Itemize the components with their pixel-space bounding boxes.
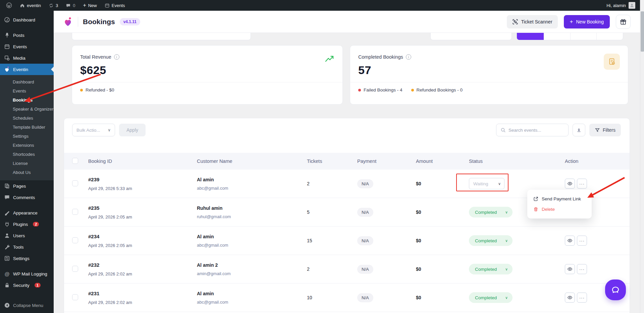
row-checkbox[interactable] [72,237,78,243]
search-input[interactable] [508,128,562,133]
events-icon [105,3,110,8]
sidebar-item-plugins[interactable]: Plugins 2 [0,218,54,230]
cutoff-tab-active[interactable] [517,33,544,40]
info-icon[interactable]: i [114,54,119,60]
submenu-settings[interactable]: Settings [0,132,54,141]
sidebar-item-events[interactable]: Events [0,41,54,52]
submenu-events[interactable]: Events [0,86,54,96]
sidebar-item-pages[interactable]: Pages [0,180,54,192]
sidebar-item-comments[interactable]: Comments [0,192,54,203]
scrollbar-thumb[interactable] [641,11,644,52]
eye-icon [567,238,573,243]
updates-link[interactable]: 3 [46,0,61,11]
refunded-bookings-dot [411,89,414,91]
row-checkbox[interactable] [72,209,78,215]
row-checkbox[interactable] [72,294,78,300]
export-button[interactable] [573,124,585,136]
more-actions-button[interactable]: ··· [577,264,587,274]
wp-logo-icon[interactable] [3,0,15,11]
submenu-template-builder[interactable]: Template Builder [0,123,54,132]
lock-icon [4,282,10,288]
customer-name: Al amin [197,291,307,296]
tickets-count: 10 [307,295,357,300]
booking-id[interactable]: #234 [88,234,197,239]
view-booking-button[interactable] [565,179,575,189]
sidebar-item-wp-mail-logging[interactable]: @ WP Mail Logging [0,268,54,279]
tickets-count: 2 [307,266,357,272]
site-home-link[interactable]: eventin [17,0,44,11]
row-checkbox[interactable] [72,180,78,186]
avatar[interactable] [629,2,635,9]
submenu-about-us[interactable]: About Us [0,168,54,177]
info-icon[interactable]: i [406,54,411,60]
booking-id[interactable]: #239 [88,177,197,182]
submenu-bookings[interactable]: Bookings [0,96,54,105]
comments-link[interactable]: 0 [63,0,78,11]
submenu-extensions[interactable]: Extensions [0,141,54,150]
more-actions-button[interactable]: ··· [577,236,587,246]
status-dropdown-completed[interactable]: Completed ∨ [469,264,513,274]
sidebar-item-dashboard[interactable]: Dashboard [0,14,54,25]
row-checkbox[interactable] [72,266,78,272]
sidebar-item-eventin[interactable]: Eventin [0,64,54,75]
booking-id[interactable]: #231 [88,291,197,296]
user-greeting[interactable]: Hi, alamin [606,3,626,8]
failed-dot [358,89,361,91]
submenu-schedules[interactable]: Schedules [0,114,54,123]
revenue-value: $625 [80,64,334,77]
delete-item[interactable]: Delete [527,204,592,214]
submenu-dashboard[interactable]: Dashboard [0,77,54,86]
refunded-bookings-legend: Refunded Bookings - 0 [417,87,463,92]
more-actions-button[interactable]: ··· [577,293,587,303]
booking-id[interactable]: #235 [88,205,197,211]
status-dropdown-completed[interactable]: Completed ∨ [469,235,513,246]
status-dropdown-completed[interactable]: Completed ∨ [469,292,513,303]
status-dropdown-waiting[interactable]: Waiting ∨ [469,178,504,189]
completed-value: 57 [358,64,620,77]
external-link-icon [533,196,538,201]
send-payment-link-item[interactable]: Send Payment Link [527,194,592,204]
chat-widget-button[interactable] [605,279,626,300]
sidebar-item-users[interactable]: Users [0,230,54,241]
new-booking-button[interactable]: + New Booking [564,15,610,28]
eye-icon [567,295,573,300]
scrollbar-track[interactable] [640,0,644,313]
cutoff-tab[interactable] [596,33,623,40]
cutoff-tab[interactable] [544,33,570,40]
sidebar-item-appearance[interactable]: Appearance [0,207,54,218]
cutoff-tab[interactable] [570,33,597,40]
adminbar-events-link[interactable]: Events [102,0,128,11]
sidebar-item-tools[interactable]: Tools [0,241,54,253]
sidebar-item-settings[interactable]: Settings [0,253,54,264]
comment-icon [66,3,71,8]
select-all-checkbox[interactable] [72,158,78,164]
view-booking-button[interactable] [565,264,575,274]
completed-card-title: Completed Bookings [358,54,403,60]
view-booking-button[interactable] [565,293,575,303]
view-booking-button[interactable] [565,236,575,246]
col-booking-id: Booking ID [88,159,197,164]
dots-icon: ··· [579,238,585,243]
ticket-scanner-button[interactable]: Ticket Scanner [507,15,558,28]
submenu-license[interactable]: License [0,159,54,168]
pages-icon [4,183,10,189]
filters-button[interactable]: Filters [589,124,621,136]
gift-button[interactable] [616,15,631,29]
apply-button[interactable]: Apply [119,124,146,136]
tools-icon [4,244,10,250]
plus-icon: + [570,19,573,24]
bulk-action-select[interactable]: Bulk Actio... ∨ [72,124,115,136]
chevron-down-icon: ∨ [505,267,508,271]
bulk-action-label: Bulk Actio... [76,128,100,133]
booking-id[interactable]: #232 [88,262,197,268]
status-dropdown-completed[interactable]: Completed ∨ [469,207,513,217]
sidebar-collapse-menu[interactable]: Collapse Menu [0,300,54,311]
col-status: Status [469,159,565,164]
more-actions-button[interactable]: ··· [577,179,587,189]
submenu-shortcodes[interactable]: Shortcodes [0,150,54,159]
submenu-speaker-organizer[interactable]: Speaker & Organizer [0,105,54,114]
sidebar-item-posts[interactable]: Posts [0,29,54,41]
sidebar-item-security[interactable]: Security 1 [0,279,54,291]
new-content-button[interactable]: + New [80,0,99,11]
sidebar-item-media[interactable]: Media [0,52,54,64]
